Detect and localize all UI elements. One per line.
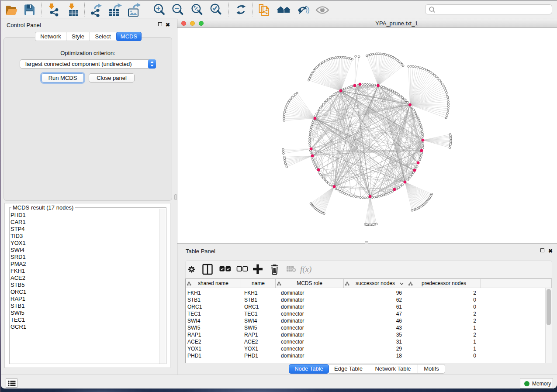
svg-text:f(x): f(x) [300, 265, 311, 274]
